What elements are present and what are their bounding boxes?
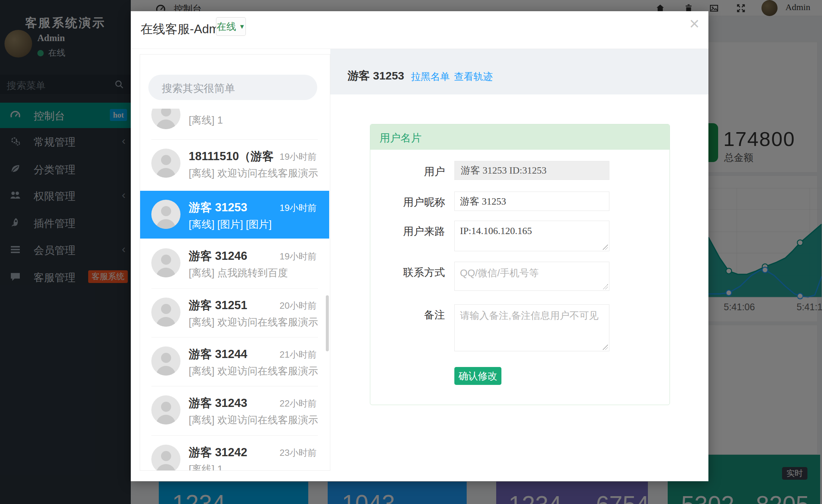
resize-grip-icon[interactable] xyxy=(603,345,608,350)
card-header: 用户名片 xyxy=(370,124,670,150)
remark-textarea[interactable] xyxy=(454,304,609,351)
chat-item-time: 20小时前 xyxy=(279,300,316,312)
chat-list-item[interactable]: 游客 31242 23小时前 [离线] 1 xyxy=(140,436,329,470)
chat-item-subtitle: [离线] 欢迎访问在线客服演示站， xyxy=(189,364,318,378)
user-avatar xyxy=(151,298,180,327)
chat-item-time: 19小时前 xyxy=(279,151,316,163)
user-avatar xyxy=(151,149,180,178)
user-profile-card: 用户名片 用户 游客 31253 ID:31253 用户昵称 用户来路 IP:1… xyxy=(370,124,670,405)
chat-item-time: 19小时前 xyxy=(279,202,316,214)
remark-label: 备注 xyxy=(370,308,445,322)
resize-grip-icon[interactable] xyxy=(603,245,608,250)
chat-item-title: 18111510（游客 xyxy=(189,149,274,164)
chat-item-title: 游客 31242 xyxy=(189,445,247,460)
user-readonly-field: 游客 31253 ID:31253 xyxy=(454,161,609,180)
user-avatar xyxy=(151,200,180,229)
chat-list-item[interactable]: 游客 31244 21小时前 [离线] 欢迎访问在线客服演示站， xyxy=(140,337,329,386)
chat-item-subtitle: [离线] 1 xyxy=(189,113,223,127)
chat-list[interactable]: [离线] 1 18111510（游客 19小时前 [离线] 欢迎访问在线客服演示… xyxy=(140,109,329,470)
source-label: 用户来路 xyxy=(370,224,445,239)
nickname-label: 用户昵称 xyxy=(370,195,445,209)
online-service-modal: 在线客服-Admin 在线 ▼ × 搜索其实很简单 [离线] 1 1811151… xyxy=(131,11,708,481)
chat-list-item[interactable]: 18111510（游客 19小时前 [离线] 欢迎访问在线客服演示站， xyxy=(140,140,329,188)
chat-item-subtitle: [离线] [图片] [图片] xyxy=(189,218,272,231)
blacklist-link[interactable]: 拉黑名单 xyxy=(411,70,450,83)
chat-list-item[interactable]: 游客 31246 19小时前 [离线] 点我跳转到百度 xyxy=(140,239,329,288)
user-label: 用户 xyxy=(370,165,445,179)
user-avatar xyxy=(151,346,180,376)
chat-item-title: 游客 31246 xyxy=(189,248,247,264)
visitor-title: 游客 31253 xyxy=(347,68,404,84)
chat-item-title: 游客 31253 xyxy=(189,200,247,215)
contact-textarea[interactable] xyxy=(454,262,609,291)
user-avatar xyxy=(151,109,180,129)
chat-search-placeholder: 搜索其实很简单 xyxy=(162,81,235,96)
chat-item-time: 19小时前 xyxy=(279,251,316,262)
close-icon[interactable]: × xyxy=(689,15,699,32)
chat-item-subtitle: [离线] 1 xyxy=(189,463,223,470)
chat-list-item[interactable]: 游客 31243 22小时前 [离线] 欢迎访问在线客服演示站， xyxy=(140,386,329,435)
chat-item-title: 游客 31243 xyxy=(189,395,247,411)
user-avatar xyxy=(151,395,180,424)
scrollbar-thumb[interactable] xyxy=(326,295,329,351)
user-avatar xyxy=(151,445,180,470)
status-dropdown[interactable]: 在线 ▼ xyxy=(216,17,246,36)
chat-item-subtitle: [离线] 欢迎访问在线客服演示站， xyxy=(189,315,318,329)
chat-list-item[interactable]: 游客 31251 20小时前 [离线] 欢迎访问在线客服演示站， xyxy=(140,289,329,337)
source-textarea[interactable]: IP:14.106.120.165 xyxy=(454,221,609,251)
chat-item-subtitle: [离线] 欢迎访问在线客服演示站， xyxy=(189,413,318,427)
nickname-input[interactable] xyxy=(454,192,609,211)
visitor-header: 游客 31253 拉黑名单 查看轨迹 xyxy=(330,49,708,94)
chat-item-subtitle: [离线] 点我跳转到百度 xyxy=(189,266,288,280)
chat-search-input[interactable]: 搜索其实很简单 xyxy=(148,75,317,100)
chat-item-title: 游客 31251 xyxy=(189,298,247,313)
caret-down-icon: ▼ xyxy=(239,23,245,30)
chat-item-subtitle: [离线] 欢迎访问在线客服演示站， xyxy=(189,167,318,180)
chat-list-panel: 搜索其实很简单 [离线] 1 18111510（游客 19小时前 [离线] 欢迎… xyxy=(140,54,330,471)
track-link[interactable]: 查看轨迹 xyxy=(454,70,493,83)
user-avatar xyxy=(151,248,180,277)
chat-list-item-selected[interactable]: 游客 31253 19小时前 [离线] [图片] [图片] xyxy=(140,191,329,239)
contact-label: 联系方式 xyxy=(370,265,445,280)
confirm-button[interactable]: 确认修改 xyxy=(454,367,501,385)
chat-item-time: 22小时前 xyxy=(279,398,316,410)
chat-item-time: 23小时前 xyxy=(279,447,316,459)
chat-list-item[interactable]: [离线] 1 xyxy=(140,109,329,140)
chat-item-title: 游客 31244 xyxy=(189,346,247,362)
resize-grip-icon[interactable] xyxy=(603,284,608,289)
card-title: 用户名片 xyxy=(380,131,421,145)
chat-item-time: 21小时前 xyxy=(279,349,316,361)
